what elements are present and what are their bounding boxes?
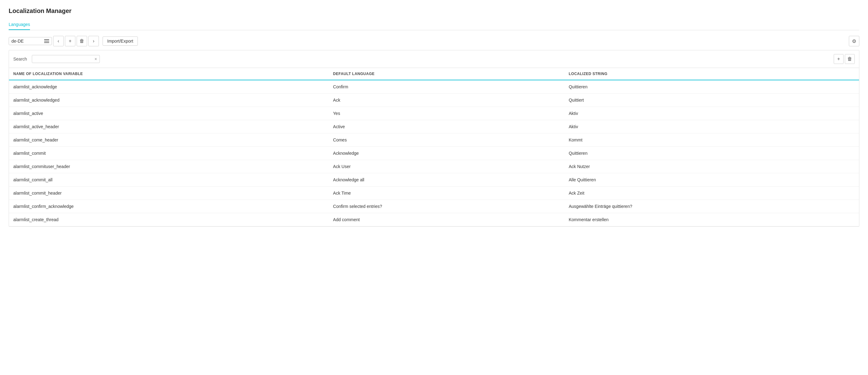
table-row[interactable]: alarmlist_acknowledgedAckQuittiert <box>9 94 859 107</box>
table-row[interactable]: alarmlist_acknowledgeConfirmQuittieren <box>9 80 859 94</box>
table-row[interactable]: alarmlist_activeYesAktiv <box>9 107 859 120</box>
toolbar: de-DE ‹ + 🗑 › Import/Export ⚙ <box>9 36 859 46</box>
cell-variable: alarmlist_commit_header <box>9 187 329 200</box>
cell-default: Add comment <box>329 213 564 226</box>
cell-localized: Alle Quittieren <box>564 173 859 187</box>
cell-localized: Quittiert <box>564 94 859 107</box>
delete-entry-icon: 🗑 <box>847 56 852 62</box>
table-row[interactable]: alarmlist_commitAcknowledgeQuittieren <box>9 147 859 160</box>
cell-localized: Aktiv <box>564 120 859 133</box>
cell-variable: alarmlist_commit_all <box>9 173 329 187</box>
cell-default: Yes <box>329 107 564 120</box>
panel-actions: + 🗑 <box>834 54 855 64</box>
cell-localized: Quittieren <box>564 147 859 160</box>
column-header-variable: NAME OF LOCALIZATION VARIABLE <box>9 68 329 80</box>
content-panel: Search × + 🗑 NAME OF LOCALIZATION VARIAB… <box>9 50 859 227</box>
cell-variable: alarmlist_acknowledged <box>9 94 329 107</box>
table-wrapper: NAME OF LOCALIZATION VARIABLE DEFAULT LA… <box>9 68 859 226</box>
add-entry-icon: + <box>837 56 840 62</box>
delete-language-button[interactable]: 🗑 <box>76 36 87 46</box>
language-select[interactable]: de-DE <box>9 37 52 45</box>
page-title: Localization Manager <box>9 7 859 14</box>
prev-icon: ‹ <box>58 38 59 44</box>
table-row[interactable]: alarmlist_commituser_headerAck UserAck N… <box>9 160 859 173</box>
cell-variable: alarmlist_acknowledge <box>9 80 329 94</box>
table-row[interactable]: alarmlist_come_headerComesKommt <box>9 133 859 147</box>
cell-localized: Ack Zeit <box>564 187 859 200</box>
cell-default: Ack User <box>329 160 564 173</box>
cell-localized: Kommentar erstellen <box>564 213 859 226</box>
cell-variable: alarmlist_create_thread <box>9 213 329 226</box>
hamburger-icon[interactable] <box>44 39 49 43</box>
table-row[interactable]: alarmlist_create_threadAdd commentKommen… <box>9 213 859 226</box>
language-select-value: de-DE <box>11 39 42 43</box>
localization-table: NAME OF LOCALIZATION VARIABLE DEFAULT LA… <box>9 68 859 226</box>
cell-default: Ack Time <box>329 187 564 200</box>
cell-default: Active <box>329 120 564 133</box>
search-input-wrapper: × <box>32 55 100 63</box>
cell-default: Confirm selected entries? <box>329 200 564 213</box>
table-row[interactable]: alarmlist_commit_headerAck TimeAck Zeit <box>9 187 859 200</box>
search-input[interactable] <box>35 57 95 61</box>
clear-search-icon[interactable]: × <box>95 57 97 61</box>
tabs-row: Languages <box>9 20 859 30</box>
next-button[interactable]: › <box>88 36 99 46</box>
cell-default: Acknowledge <box>329 147 564 160</box>
cell-localized: Quittieren <box>564 80 859 94</box>
next-icon: › <box>93 38 94 44</box>
column-header-localized: LOCALIZED STRING <box>564 68 859 80</box>
table-row[interactable]: alarmlist_confirm_acknowledgeConfirm sel… <box>9 200 859 213</box>
tab-languages[interactable]: Languages <box>9 20 30 30</box>
cell-default: Ack <box>329 94 564 107</box>
prev-button[interactable]: ‹ <box>53 36 64 46</box>
gear-icon: ⚙ <box>852 38 856 44</box>
settings-button[interactable]: ⚙ <box>849 36 859 46</box>
delete-icon: 🗑 <box>80 38 84 44</box>
add-icon: + <box>69 38 71 44</box>
cell-variable: alarmlist_active_header <box>9 120 329 133</box>
delete-entry-button[interactable]: 🗑 <box>845 54 855 64</box>
cell-default: Comes <box>329 133 564 147</box>
table-row[interactable]: alarmlist_active_headerActiveAktiv <box>9 120 859 133</box>
cell-variable: alarmlist_come_header <box>9 133 329 147</box>
cell-localized: Kommt <box>564 133 859 147</box>
table-header-row: NAME OF LOCALIZATION VARIABLE DEFAULT LA… <box>9 68 859 80</box>
cell-variable: alarmlist_commit <box>9 147 329 160</box>
search-bar: Search × + 🗑 <box>9 50 859 68</box>
search-label: Search <box>13 57 29 61</box>
cell-localized: Ausgewählte Einträge quittieren? <box>564 200 859 213</box>
cell-variable: alarmlist_confirm_acknowledge <box>9 200 329 213</box>
cell-variable: alarmlist_commituser_header <box>9 160 329 173</box>
cell-localized: Ack Nutzer <box>564 160 859 173</box>
add-entry-button[interactable]: + <box>834 54 844 64</box>
table-row[interactable]: alarmlist_commit_allAcknowledge allAlle … <box>9 173 859 187</box>
column-header-default: DEFAULT LANGUAGE <box>329 68 564 80</box>
cell-default: Confirm <box>329 80 564 94</box>
cell-default: Acknowledge all <box>329 173 564 187</box>
add-language-button[interactable]: + <box>65 36 75 46</box>
cell-localized: Aktiv <box>564 107 859 120</box>
import-export-button[interactable]: Import/Export <box>102 36 138 46</box>
cell-variable: alarmlist_active <box>9 107 329 120</box>
